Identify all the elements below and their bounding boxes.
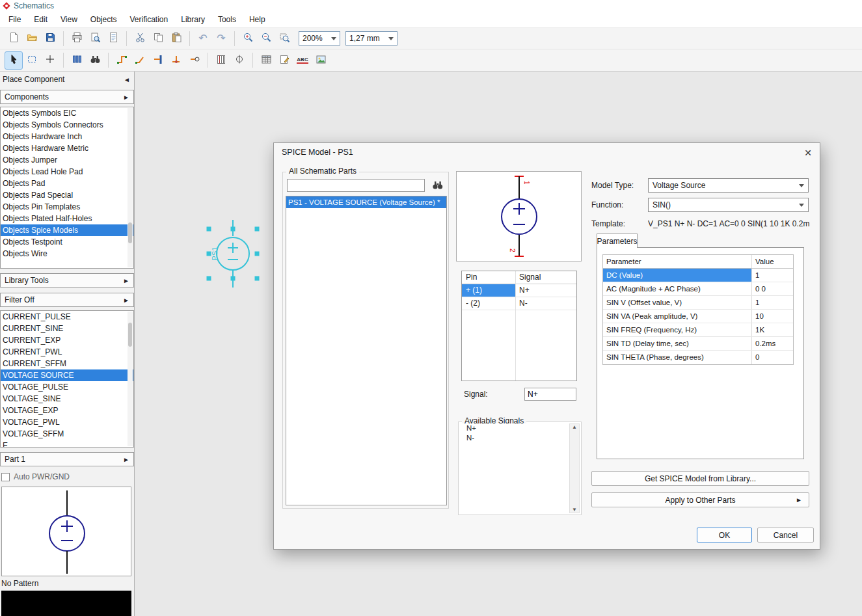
library-item[interactable]: Objects Pad <box>1 178 133 189</box>
component-item[interactable]: CURRENT_SINE <box>1 323 133 334</box>
collapse-panel-icon[interactable]: ◄ <box>124 76 130 83</box>
menu-view[interactable]: View <box>54 12 84 27</box>
schematic-part-item-selected[interactable]: PS1 - VOLTAGE SOURCE (Voltage Source) * <box>286 196 446 208</box>
scroll-down-icon[interactable]: ▼ <box>572 507 577 513</box>
paste-button[interactable] <box>167 29 185 47</box>
zoom-out-button[interactable] <box>257 29 275 47</box>
component-item-selected[interactable]: VOLTAGE SOURCE <box>1 369 133 381</box>
library-tools-section-bar[interactable]: Library Tools ► <box>0 273 134 288</box>
menu-edit[interactable]: Edit <box>27 12 54 27</box>
value-cell[interactable]: 1 <box>752 269 793 282</box>
parameter-cell[interactable]: SIN FREQ (Frequency, Hz) <box>603 323 752 336</box>
signal-option[interactable]: N- <box>460 433 568 443</box>
place-net-port-button[interactable] <box>185 51 204 70</box>
component-table-button[interactable] <box>257 51 275 70</box>
menu-library[interactable]: Library <box>174 12 211 27</box>
undo-button[interactable]: ↶ <box>194 29 212 47</box>
parameter-cell[interactable]: SIN VA (Peak amplitude, V) <box>603 310 752 323</box>
parameter-row[interactable]: DC (Value) 1 <box>603 269 793 282</box>
filter-section-bar[interactable]: Filter Off ► <box>0 293 134 307</box>
pin-row[interactable]: - (2) N- <box>462 297 576 310</box>
parameter-row[interactable]: SIN VA (Peak amplitude, V) 10 <box>603 310 793 323</box>
parameter-cell[interactable]: SIN THETA (Phase, degrees) <box>603 351 752 364</box>
menu-tools[interactable]: Tools <box>211 12 243 27</box>
tab-parameters[interactable]: Parameters <box>597 234 638 248</box>
library-item[interactable]: Objects Lead Hole Pad <box>1 166 133 178</box>
place-frame-button[interactable] <box>212 51 230 70</box>
library-item[interactable]: Objects Symbols Connectors <box>1 119 133 131</box>
part-section-bar[interactable]: Part 1 ► <box>0 452 134 466</box>
library-item[interactable]: Objects Wire <box>1 248 133 260</box>
cut-button[interactable] <box>131 29 149 47</box>
library-list-scrollbar[interactable] <box>128 108 133 267</box>
value-cell[interactable]: 0.2ms <box>752 337 793 350</box>
library-item[interactable]: Objects Pin Templates <box>1 201 133 213</box>
parameter-row[interactable]: SIN THETA (Phase, degrees) 0 <box>603 351 793 364</box>
component-item[interactable]: CURRENT_SFFM <box>1 358 133 369</box>
parameter-row[interactable]: AC (Magnitude + AC Phase) 0 0 <box>603 282 793 296</box>
place-wire-button[interactable] <box>113 51 131 70</box>
signal-cell[interactable]: N- <box>515 297 576 310</box>
pin-row[interactable]: + (1) N+ <box>462 284 576 297</box>
auto-pwr-checkbox[interactable] <box>1 473 10 481</box>
value-cell[interactable]: 1 <box>752 296 793 309</box>
save-button[interactable] <box>41 29 59 47</box>
menu-help[interactable]: Help <box>243 12 272 27</box>
pin-cell[interactable]: - (2) <box>462 297 515 310</box>
place-component-button[interactable] <box>68 51 86 70</box>
scroll-up-icon[interactable]: ▲ <box>572 424 577 430</box>
print-preview-button[interactable] <box>86 29 104 47</box>
component-item[interactable]: VOLTAGE_SFFM <box>1 428 133 440</box>
parameter-row[interactable]: SIN TD (Delay time, sec) 0.2ms <box>603 337 793 351</box>
library-item[interactable]: Objects Pad Special <box>1 189 133 201</box>
place-bus-button[interactable] <box>149 51 167 70</box>
get-spice-model-button[interactable]: Get SPICE Model from Library... <box>591 471 809 486</box>
new-document-button[interactable] <box>5 29 23 47</box>
parameter-row[interactable]: SIN FREQ (Frequency, Hz) 1K <box>603 323 793 337</box>
component-list-scrollbar[interactable] <box>128 312 133 446</box>
zoom-window-button[interactable] <box>275 29 293 47</box>
dialog-titlebar[interactable]: SPICE Model - PS1 <box>274 143 820 161</box>
parts-search-input[interactable] <box>287 179 425 192</box>
library-item[interactable]: Objects Symbols EIC <box>1 107 133 119</box>
library-item-selected[interactable]: Objects Spice Models <box>1 224 133 236</box>
library-item[interactable]: Objects Hardware Metric <box>1 142 133 154</box>
selected-component-ps1[interactable]: PS1 <box>198 215 270 296</box>
signals-scrollbar[interactable]: ▲ ▼ <box>569 423 580 513</box>
component-item[interactable]: CURRENT_PWL <box>1 346 133 358</box>
value-cell[interactable]: 0 <box>752 351 793 364</box>
open-button[interactable] <box>23 29 41 47</box>
component-item[interactable]: VOLTAGE_PULSE <box>1 381 133 393</box>
component-item[interactable]: VOLTAGE_SINE <box>1 393 133 405</box>
library-item[interactable]: Objects Hardware Inch <box>1 131 133 142</box>
ok-button[interactable]: OK <box>697 528 752 542</box>
model-type-select[interactable]: Voltage Source <box>648 178 809 193</box>
menu-file[interactable]: File <box>2 12 27 27</box>
apply-to-other-parts-button[interactable]: Apply to Other Parts ► <box>591 492 809 507</box>
zoom-level-select[interactable]: 200% <box>299 31 340 46</box>
print-button[interactable] <box>68 29 86 47</box>
signal-cell[interactable]: N+ <box>515 284 576 297</box>
find-icon[interactable] <box>431 179 444 194</box>
origin-tool-button[interactable] <box>41 51 59 70</box>
component-item[interactable]: E <box>1 440 133 448</box>
place-bus-connection-button[interactable] <box>167 51 185 70</box>
parameter-row[interactable]: SIN V (Offset value, V) 1 <box>603 296 793 310</box>
parameter-cell[interactable]: SIN TD (Delay time, sec) <box>603 337 752 350</box>
page-setup-button[interactable] <box>104 29 122 47</box>
value-cell[interactable]: 0 0 <box>752 282 793 295</box>
signal-option[interactable]: N+ <box>460 423 568 433</box>
parameter-cell-selected[interactable]: DC (Value) <box>603 269 752 282</box>
place-picture-button[interactable] <box>312 51 330 70</box>
value-cell[interactable]: 10 <box>752 310 793 323</box>
select-tool-button[interactable] <box>5 51 23 70</box>
cancel-button[interactable]: Cancel <box>757 528 814 542</box>
pin-cell-selected[interactable]: + (1) <box>462 284 515 297</box>
parameter-cell[interactable]: AC (Magnitude + AC Phase) <box>603 282 752 295</box>
component-item[interactable]: VOLTAGE_PWL <box>1 416 133 428</box>
marquee-tool-button[interactable] <box>23 51 41 70</box>
parameter-cell[interactable]: SIN V (Offset value, V) <box>603 296 752 309</box>
convert-to-pcb-button[interactable] <box>275 51 293 70</box>
components-section-bar[interactable]: Components ► <box>0 90 134 104</box>
library-item[interactable]: Objects Testpoint <box>1 236 133 248</box>
